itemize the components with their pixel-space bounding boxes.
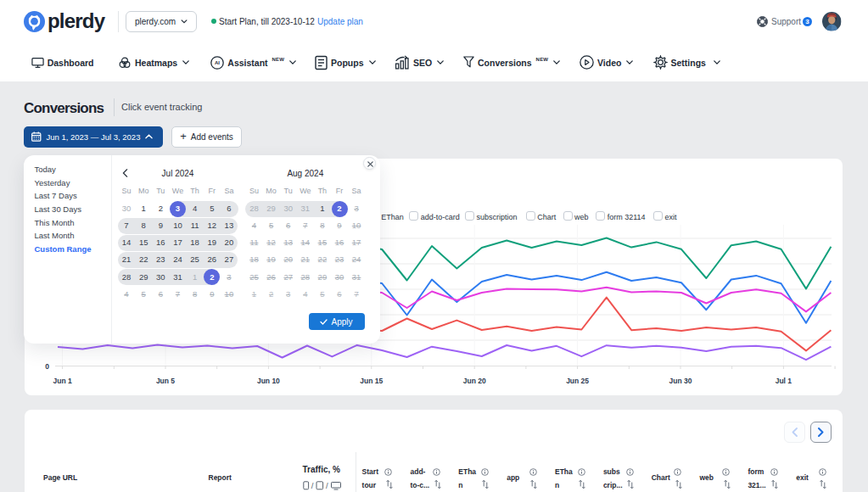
svg-text:Jun 5: Jun 5 xyxy=(156,377,175,385)
svg-text:Jun 1: Jun 1 xyxy=(53,377,71,385)
svg-text:Jun 20: Jun 20 xyxy=(463,377,486,385)
svg-text:/: / xyxy=(326,481,328,490)
svg-text:Jun 10: Jun 10 xyxy=(257,377,280,385)
svg-text:Jun 15: Jun 15 xyxy=(360,377,383,385)
svg-text:Jun 25: Jun 25 xyxy=(566,377,589,385)
svg-text:Jul 1: Jul 1 xyxy=(776,377,792,385)
svg-text:Jun 30: Jun 30 xyxy=(669,377,692,385)
svg-text:AI: AI xyxy=(215,60,220,65)
svg-text:/: / xyxy=(311,481,314,490)
svg-text:0: 0 xyxy=(45,362,49,371)
